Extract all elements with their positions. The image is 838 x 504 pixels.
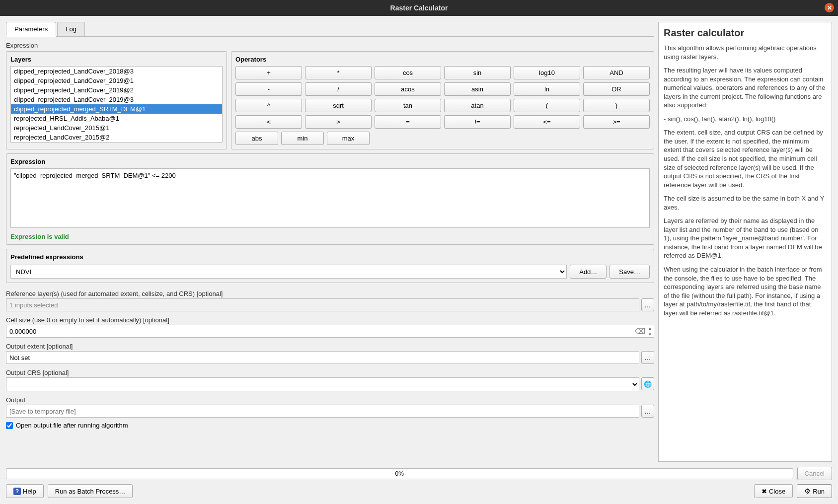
layers-header: Layers xyxy=(10,56,223,63)
operator-button[interactable]: cos xyxy=(375,66,441,79)
cellsize-input[interactable] xyxy=(6,325,634,337)
layer-item[interactable]: reprojected_LandCover_2015@2 xyxy=(11,133,222,142)
predefined-save-button[interactable]: Save… xyxy=(609,265,650,279)
operator-button[interactable]: ( xyxy=(514,99,580,112)
operator-button[interactable]: + xyxy=(235,66,302,79)
operator-button[interactable]: AND xyxy=(583,66,650,79)
titlebar: Raster Calculator ✕ xyxy=(0,0,838,16)
cellsize-label: Cell size (use 0 or empty to set it auto… xyxy=(6,316,654,324)
operator-button[interactable]: = xyxy=(375,115,441,129)
reference-layers-label: Reference layer(s) (used for automated e… xyxy=(6,290,654,297)
help-panel: Raster calculator This algorithm allows … xyxy=(658,22,832,462)
expression-header: Expression xyxy=(10,158,650,165)
operators-grid: +*cossinlog10AND-/acosasinlnOR^sqrttanat… xyxy=(235,66,650,129)
operator-button[interactable]: sin xyxy=(444,66,511,79)
operator-button[interactable]: != xyxy=(444,115,511,129)
expression-valid-message: Expression is valid xyxy=(10,233,650,240)
operator-button[interactable]: abs xyxy=(235,132,278,145)
operators-grid-2: absminmax xyxy=(235,132,650,145)
extent-browse-button[interactable]: … xyxy=(641,351,654,364)
open-output-checkbox[interactable] xyxy=(6,422,13,429)
operators-panel: Operators +*cossinlog10AND-/acosasinlnOR… xyxy=(231,51,654,149)
expression-input[interactable] xyxy=(10,168,650,228)
cellsize-down-icon[interactable]: ▼ xyxy=(646,331,654,337)
crs-picker-button[interactable]: 🌐 xyxy=(641,377,654,390)
predefined-group: Predefined expressions NDVI Add… Save… xyxy=(6,249,654,283)
operator-button[interactable]: / xyxy=(305,82,372,96)
open-output-checkbox-row[interactable]: Open output file after running algorithm xyxy=(6,422,654,429)
close-button[interactable]: ✖Close xyxy=(754,484,793,498)
operator-button[interactable]: sqrt xyxy=(305,99,372,112)
run-button[interactable]: ⚙Run xyxy=(797,484,832,498)
predefined-header: Predefined expressions xyxy=(10,253,650,261)
operator-button[interactable]: tan xyxy=(375,99,441,112)
reference-layers-input[interactable] xyxy=(6,298,639,311)
operator-button[interactable]: ^ xyxy=(235,99,302,112)
operator-button[interactable]: atan xyxy=(444,99,511,112)
tab-log[interactable]: Log xyxy=(57,22,85,36)
operator-button[interactable]: max xyxy=(327,132,370,145)
expression-section-label: Expression xyxy=(6,40,654,51)
window-title: Raster Calculator xyxy=(390,4,448,12)
operator-button[interactable]: asin xyxy=(444,82,511,96)
operator-button[interactable]: - xyxy=(235,82,302,96)
gear-icon: ⚙ xyxy=(804,487,811,495)
extent-label: Output extent [optional] xyxy=(6,343,654,350)
tab-bar: Parameters Log xyxy=(6,22,654,37)
expression-group: Expression Expression is valid xyxy=(6,153,654,245)
layer-item[interactable]: reprojected_LandCover_2015@3 xyxy=(11,142,222,143)
operator-button[interactable]: > xyxy=(305,115,372,129)
tab-parameters[interactable]: Parameters xyxy=(6,22,56,37)
batch-button[interactable]: Run as Batch Process… xyxy=(48,484,133,498)
layer-item[interactable]: clipped_reprojected_LandCover_2019@3 xyxy=(11,95,222,104)
layer-item[interactable]: clipped_reprojected_LandCover_2019@2 xyxy=(11,85,222,95)
output-label: Output xyxy=(6,396,654,404)
layer-item[interactable]: clipped_reprojected_LandCover_2018@3 xyxy=(11,67,222,76)
operator-button[interactable]: ) xyxy=(583,99,650,112)
operator-button[interactable]: min xyxy=(281,132,324,145)
operator-button[interactable]: < xyxy=(235,115,302,129)
crs-label: Output CRS [optional] xyxy=(6,369,654,376)
cancel-button[interactable]: Cancel xyxy=(797,467,832,480)
globe-icon: 🌐 xyxy=(644,380,652,388)
layers-list[interactable]: clipped_reprojected_LandCover_2018@3clip… xyxy=(10,66,223,143)
layer-item[interactable]: reprojected_LandCover_2015@1 xyxy=(11,123,222,133)
open-output-label: Open output file after running algorithm xyxy=(16,422,128,429)
operator-button[interactable]: <= xyxy=(514,115,580,129)
cellsize-clear-icon[interactable]: ⌫ xyxy=(634,325,646,337)
layer-item[interactable]: clipped_reprojected_LandCover_2019@1 xyxy=(11,76,222,85)
operator-button[interactable]: acos xyxy=(375,82,441,96)
cellsize-spinbox[interactable]: ⌫ ▲ ▼ xyxy=(6,325,654,338)
reference-layers-browse-button[interactable]: … xyxy=(641,298,654,311)
close-x-icon: ✖ xyxy=(762,488,767,495)
help-button[interactable]: ?Help xyxy=(6,484,44,498)
predefined-add-button[interactable]: Add… xyxy=(570,265,607,279)
help-icon: ? xyxy=(13,488,21,495)
operator-button[interactable]: log10 xyxy=(514,66,580,79)
operator-button[interactable]: OR xyxy=(583,82,650,96)
layer-item[interactable]: reprojected_HRSL_Addis_Ababa@1 xyxy=(11,114,222,123)
predefined-select[interactable]: NDVI xyxy=(10,265,567,279)
operator-button[interactable]: * xyxy=(305,66,372,79)
operator-button[interactable]: ln xyxy=(514,82,580,96)
operators-header: Operators xyxy=(235,56,650,63)
operator-button[interactable]: >= xyxy=(583,115,650,129)
layer-item[interactable]: clipped_reprojected_merged_SRTM_DEM@1 xyxy=(11,104,222,114)
help-text: This algorithm allows performing algebra… xyxy=(664,44,827,317)
help-title: Raster calculator xyxy=(664,27,827,39)
layers-panel: Layers clipped_reprojected_LandCover_201… xyxy=(6,51,227,149)
progress-bar: 0% xyxy=(6,468,793,479)
extent-input[interactable] xyxy=(6,351,639,364)
output-input[interactable] xyxy=(6,405,639,418)
crs-select[interactable] xyxy=(6,377,639,391)
close-icon[interactable]: ✕ xyxy=(825,3,834,12)
cellsize-up-icon[interactable]: ▲ xyxy=(646,325,654,331)
output-browse-button[interactable]: … xyxy=(641,405,654,418)
